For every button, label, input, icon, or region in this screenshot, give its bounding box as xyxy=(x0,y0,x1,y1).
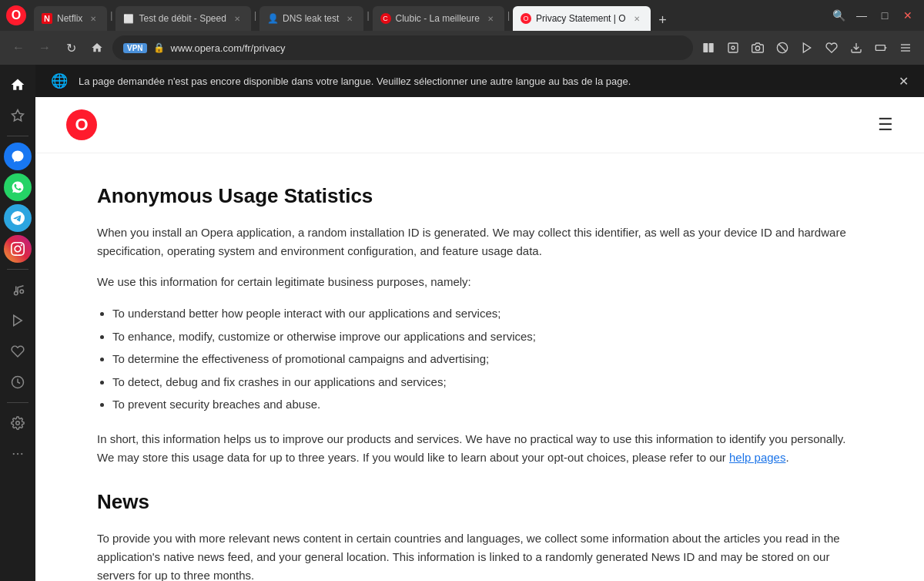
page-content[interactable]: O ☰ Anonymous Usage Statistics When you … xyxy=(35,97,924,581)
tab-divider-3: | xyxy=(365,10,370,21)
tab-divider-2: | xyxy=(253,10,258,21)
help-pages-link[interactable]: help pages xyxy=(729,451,785,464)
section1-para3-after: . xyxy=(785,451,788,464)
opera-header: O ☰ xyxy=(35,97,924,153)
bullet-4: To detect, debug and fix crashes in our … xyxy=(112,372,862,392)
content-area: 🌐 La page demandée n'est pas encore disp… xyxy=(35,65,924,581)
svg-rect-9 xyxy=(875,45,885,51)
svg-point-22 xyxy=(21,453,22,455)
sidebar-item-whatsapp[interactable] xyxy=(4,173,32,201)
sidebar-item-messenger[interactable] xyxy=(4,143,32,170)
title-bar: O N Netflix ✕ | ⬜ Test de débit - Speed … xyxy=(0,0,924,31)
lang-banner: 🌐 La page demandée n'est pas encore disp… xyxy=(35,65,924,97)
sidebar-item-bookmarks[interactable] xyxy=(4,102,32,129)
sidebar-item-player[interactable] xyxy=(4,307,32,334)
tab-divider-1: | xyxy=(109,10,114,21)
clubic-favicon: C xyxy=(380,13,391,24)
home-nav-button[interactable] xyxy=(86,37,108,59)
battery-icon[interactable] xyxy=(870,37,892,59)
svg-point-19 xyxy=(16,421,20,425)
section1-title: Anonymous Usage Statistics xyxy=(97,184,862,208)
dnsleak-favicon: 👤 xyxy=(267,13,278,24)
tab-dnsleak-close[interactable]: ✕ xyxy=(343,12,356,25)
svg-marker-13 xyxy=(12,110,24,121)
svg-marker-17 xyxy=(14,315,22,326)
article-content: Anonymous Usage Statistics When you inst… xyxy=(35,153,924,581)
tab-netflix-label: Netflix xyxy=(57,13,82,24)
globe-icon: 🌐 xyxy=(51,72,68,89)
screenshot-icon[interactable] xyxy=(722,37,744,59)
sidebar-item-home[interactable] xyxy=(4,71,32,99)
reload-button[interactable]: ↻ xyxy=(60,37,82,59)
address-bar: ← → ↻ VPN 🔒 www.opera.com/fr/privacy xyxy=(0,31,924,65)
vpn-badge: VPN xyxy=(123,43,147,53)
block-icon[interactable] xyxy=(772,37,793,59)
download-icon[interactable] xyxy=(845,37,867,59)
sidebar-item-music[interactable] xyxy=(4,276,32,304)
tab-privacy-close[interactable]: ✕ xyxy=(631,12,643,25)
tab-speedtest-close[interactable]: ✕ xyxy=(231,12,243,25)
sidebar-item-telegram[interactable] xyxy=(4,204,32,232)
section2-para1: To provide you with more relevant news c… xyxy=(97,529,862,582)
svg-rect-1 xyxy=(709,43,714,52)
minimize-button[interactable]: — xyxy=(852,5,872,25)
section1-para1: When you install an Opera application, a… xyxy=(97,223,862,260)
tab-clubic-label: Clubic - La meilleure xyxy=(396,13,480,24)
svg-point-20 xyxy=(13,453,15,455)
tab-privacy[interactable]: O Privacy Statement | O ✕ xyxy=(513,6,651,31)
maximize-button[interactable]: □ xyxy=(875,5,895,25)
tab-speedtest[interactable]: ⬜ Test de débit - Speed ✕ xyxy=(116,6,250,31)
close-button[interactable]: ✕ xyxy=(898,5,918,25)
svg-point-3 xyxy=(732,46,735,49)
tab-clubic-close[interactable]: ✕ xyxy=(484,12,497,25)
section1-para2: We use this information for certain legi… xyxy=(97,273,862,291)
forward-button[interactable]: → xyxy=(34,37,55,59)
tab-netflix[interactable]: N Netflix ✕ xyxy=(34,6,107,31)
svg-marker-7 xyxy=(803,43,810,52)
bullet-2: To enhance, modify, customize or otherwi… xyxy=(112,327,862,347)
sidebar xyxy=(0,65,35,581)
search-button[interactable]: 🔍 xyxy=(829,5,849,25)
svg-point-4 xyxy=(755,46,759,50)
tab-dnsleak-label: DNS leak test xyxy=(283,13,339,24)
section1-para3: In short, this information helps us to i… xyxy=(97,430,862,467)
heart-toolbar-icon[interactable] xyxy=(821,37,842,59)
netflix-favicon: N xyxy=(42,13,52,24)
back-button[interactable]: ← xyxy=(8,37,29,59)
tab-clubic[interactable]: C Clubic - La meilleure ✕ xyxy=(373,6,504,31)
new-tab-button[interactable]: + xyxy=(652,9,674,31)
tab-privacy-label: Privacy Statement | O xyxy=(536,13,626,24)
window-controls: 🔍 — □ ✕ xyxy=(829,5,918,25)
lang-banner-text: La page demandée n'est pas encore dispon… xyxy=(79,76,631,87)
split-screen-icon[interactable] xyxy=(698,37,719,59)
camera-icon[interactable] xyxy=(747,37,768,59)
section1-bullets: To understand better how people interact… xyxy=(112,304,862,415)
menu-icon[interactable] xyxy=(895,37,916,59)
tab-netflix-close[interactable]: ✕ xyxy=(87,12,99,25)
bullet-1: To understand better how people interact… xyxy=(112,304,862,324)
play-icon[interactable] xyxy=(796,37,818,59)
lang-banner-close[interactable]: ✕ xyxy=(899,74,909,89)
tab-dnsleak[interactable]: 👤 DNS leak test ✕ xyxy=(259,6,363,31)
bullet-5: To prevent security breaches and abuse. xyxy=(112,395,862,415)
svg-rect-0 xyxy=(703,43,708,52)
sidebar-item-more[interactable] xyxy=(4,440,32,468)
opera-logo-titlebar: O xyxy=(6,5,26,25)
lock-icon: 🔒 xyxy=(153,42,165,53)
toolbar-icons xyxy=(698,37,916,59)
opera-page-logo: O xyxy=(66,109,97,140)
svg-line-6 xyxy=(778,44,785,51)
sidebar-item-settings[interactable] xyxy=(4,409,32,437)
svg-point-15 xyxy=(20,290,24,294)
url-text[interactable]: www.opera.com/fr/privacy xyxy=(171,42,682,54)
sidebar-item-history[interactable] xyxy=(4,368,32,396)
hamburger-menu[interactable]: ☰ xyxy=(878,115,893,135)
sidebar-divider-3 xyxy=(7,402,28,403)
section2-title: News xyxy=(97,490,862,514)
sidebar-divider-1 xyxy=(7,136,28,136)
tab-divider-4: | xyxy=(506,10,511,21)
sidebar-item-instagram[interactable] xyxy=(4,235,32,263)
sidebar-item-heart[interactable] xyxy=(4,338,32,365)
address-box[interactable]: VPN 🔒 www.opera.com/fr/privacy xyxy=(112,35,693,60)
browser-body: 🌐 La page demandée n'est pas encore disp… xyxy=(0,65,924,581)
